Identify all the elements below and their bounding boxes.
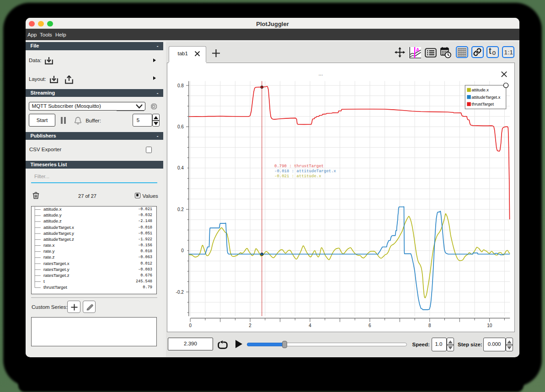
svg-text:8: 8 <box>428 323 431 328</box>
svg-text:0.790 : thrustTarget: 0.790 : thrustTarget <box>274 164 324 169</box>
svg-text:6: 6 <box>369 323 371 328</box>
svg-text:attitudeTarget.x: attitudeTarget.x <box>471 95 500 99</box>
svg-text:0: 0 <box>181 248 184 253</box>
svg-text:-0.021 : attitude.x: -0.021 : attitude.x <box>274 174 321 179</box>
svg-text:0.2: 0.2 <box>177 207 183 212</box>
svg-text:0.8: 0.8 <box>177 83 183 88</box>
svg-text:2: 2 <box>249 323 251 328</box>
svg-text:attitude.x: attitude.x <box>471 88 489 92</box>
svg-text:10: 10 <box>487 323 492 328</box>
svg-text:0: 0 <box>189 323 192 328</box>
svg-text:-0.2: -0.2 <box>176 289 184 294</box>
svg-text:A: A <box>416 47 420 53</box>
svg-text:thrustTarget: thrustTarget <box>471 102 494 106</box>
svg-text:-0.018 : attitudeTarget.x: -0.018 : attitudeTarget.x <box>274 169 336 174</box>
svg-text:4: 4 <box>309 323 311 328</box>
svg-text:0.4: 0.4 <box>177 165 183 170</box>
svg-text:0.6: 0.6 <box>177 124 183 129</box>
